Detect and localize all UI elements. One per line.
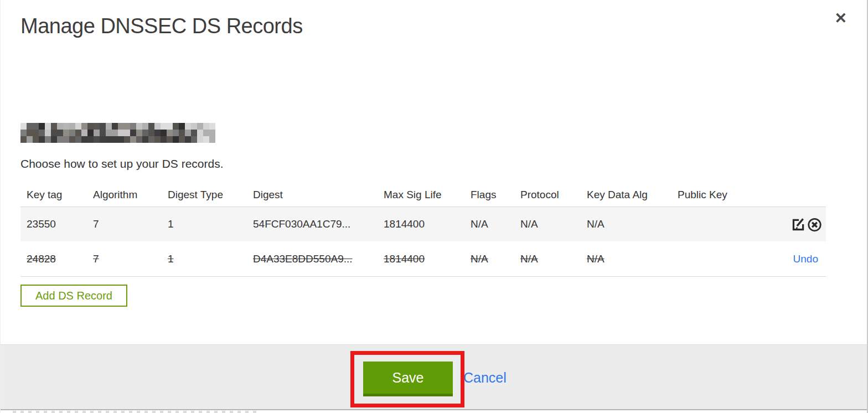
cell-max-sig-life: 1814400 (378, 218, 464, 230)
ds-records-table: Key tag Algorithm Digest Type Digest Max… (20, 183, 826, 277)
modal-footer: Save Cancel (1, 344, 867, 409)
row-actions (755, 216, 826, 233)
cell-algorithm: 7 (87, 218, 162, 230)
cell-algorithm: 7 (87, 253, 162, 265)
delete-record-icon[interactable] (807, 216, 823, 233)
cell-protocol: N/A (514, 218, 581, 230)
header-public-key: Public Key (671, 189, 755, 201)
cell-digest-type: 1 (162, 253, 247, 265)
save-button[interactable]: Save (363, 362, 453, 396)
header-digest: Digest (247, 189, 378, 201)
cell-key-data-alg: N/A (581, 218, 671, 230)
header-algorithm: Algorithm (87, 189, 162, 201)
redacted-domain-name (20, 123, 215, 143)
cell-key-tag: 23550 (20, 218, 87, 230)
cell-flags: N/A (464, 218, 514, 230)
edit-record-icon[interactable] (790, 216, 806, 233)
header-key-data-alg: Key Data Alg (581, 189, 671, 201)
instruction-text: Choose how to set up your DS records. (20, 157, 224, 171)
header-max-sig-life: Max Sig Life (378, 189, 464, 201)
cell-digest: 54FCF030AA1C79... (247, 218, 378, 230)
cell-max-sig-life: 1814400 (378, 253, 464, 265)
header-flags: Flags (464, 189, 514, 201)
cell-digest: D4A33E8DD550A9... (247, 253, 378, 265)
cell-protocol: N/A (514, 253, 581, 265)
cell-key-data-alg: N/A (581, 253, 671, 265)
row-actions: Undo (755, 253, 826, 265)
cell-key-tag: 24828 (20, 253, 87, 265)
add-ds-record-button[interactable]: Add DS Record (20, 285, 127, 307)
table-header-row: Key tag Algorithm Digest Type Digest Max… (20, 183, 826, 207)
header-key-tag: Key tag (20, 189, 87, 201)
cell-digest-type: 1 (162, 218, 247, 230)
undo-link[interactable]: Undo (793, 253, 823, 265)
header-digest-type: Digest Type (162, 189, 247, 201)
background-page-sliver (1, 410, 867, 413)
table-row-deleted: 24828 7 1 D4A33E8DD550A9... 1814400 N/A … (20, 241, 826, 277)
close-icon[interactable]: ✕ (834, 11, 847, 26)
modal-title: Manage DNSSEC DS Records (20, 14, 303, 38)
header-protocol: Protocol (514, 189, 581, 201)
manage-dnssec-modal: Manage DNSSEC DS Records ✕ Choose how to… (0, 0, 868, 413)
cell-flags: N/A (464, 253, 514, 265)
table-row: 23550 7 1 54FCF030AA1C79... 1814400 N/A … (20, 207, 826, 241)
background-page-hint (13, 411, 256, 413)
cancel-link[interactable]: Cancel (463, 362, 507, 394)
